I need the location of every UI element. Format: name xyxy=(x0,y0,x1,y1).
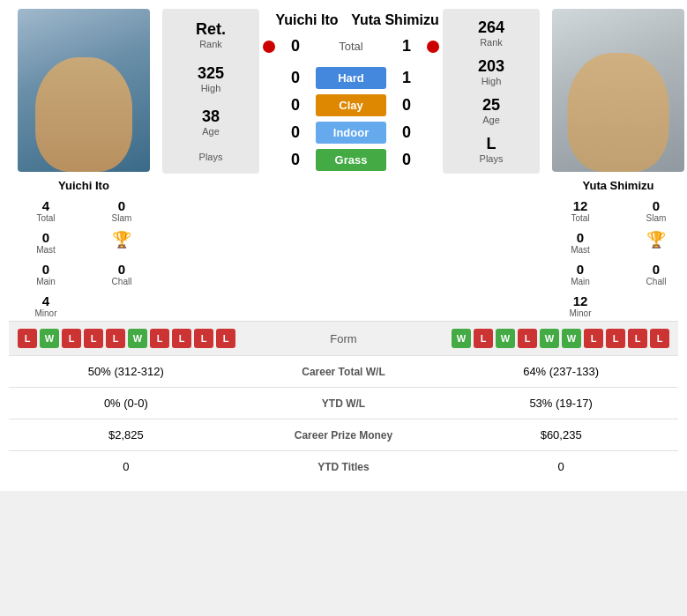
trophy-icon-right: 🏆 xyxy=(646,230,666,249)
left-form-badge-6: W xyxy=(128,329,147,348)
right-mast-stat: 0 Mast xyxy=(543,227,617,257)
right-career-total: 64% (237-133) xyxy=(444,356,678,388)
left-player-header-name: Yuichi Ito xyxy=(263,12,351,28)
surface-clay-row: 0 Clay 0 xyxy=(263,92,439,119)
career-total-row: 50% (312-312) Career Total W/L 64% (237-… xyxy=(9,356,678,388)
left-chall-stat: 0 Chall xyxy=(85,259,159,289)
right-ytd-wl: 53% (19-17) xyxy=(444,388,678,419)
center-age: 38 Age xyxy=(202,108,220,137)
right-flag xyxy=(427,41,439,53)
right-chall-stat: 0 Chall xyxy=(619,259,687,289)
right-prize-money: $60,235 xyxy=(444,419,678,451)
indoor-surface-btn[interactable]: Indoor xyxy=(316,122,386,144)
trophy-icon-left: 🏆 xyxy=(112,230,131,249)
left-career-total: 50% (312-312) xyxy=(9,356,243,388)
player-right-photo xyxy=(552,9,684,172)
left-form-badge-1: L xyxy=(18,329,37,348)
center-plays: Plays xyxy=(199,152,223,162)
right-form-badge-3: W xyxy=(496,329,515,348)
right-form-badge-6: W xyxy=(562,329,581,348)
center-high: 325 High xyxy=(198,64,224,93)
left-form-badge-3: L xyxy=(62,329,81,348)
right-age: 25 Age xyxy=(482,96,500,125)
right-slam-stat: 0 Slam xyxy=(619,196,687,226)
right-stats-panel: 264 Rank 203 High 25 Age L Plays xyxy=(443,9,540,174)
left-form-badge-4: L xyxy=(84,329,103,348)
left-form-badge-5: L xyxy=(106,329,125,348)
grass-surface-btn[interactable]: Grass xyxy=(316,149,386,171)
surface-grass-row: 0 Grass 0 xyxy=(263,146,439,174)
player-left-area: Yuichi Ito 4 Total 0 Slam 0 Mast 🏆 xyxy=(9,9,159,321)
left-form-badge-2: W xyxy=(40,329,59,348)
ytd-wl-label: YTD W/L xyxy=(243,388,444,419)
player-left-stats: 4 Total 0 Slam 0 Mast 🏆 0 Main xyxy=(9,196,159,321)
form-section: L W L L L W L L L L Form W L W L W W L L… xyxy=(9,321,678,355)
center-stats-panel: Ret. Rank 325 High 38 Age Plays xyxy=(162,9,259,174)
right-form-badges: W L W L W W L L L L xyxy=(452,329,669,348)
right-player-header-name: Yuta Shimizu xyxy=(351,12,439,28)
player-right-stats: 12 Total 0 Slam 0 Mast 🏆 0 Main xyxy=(543,196,687,321)
ytd-wl-row: 0% (0-0) YTD W/L 53% (19-17) xyxy=(9,388,678,419)
player-names-row: Yuichi Ito Yuta Shimizu xyxy=(263,9,439,32)
left-trophy: 🏆 xyxy=(85,227,159,257)
right-form-badge-9: L xyxy=(628,329,647,348)
right-ytd-titles: 0 xyxy=(444,451,678,483)
left-flag xyxy=(263,41,275,53)
surface-indoor-row: 0 Indoor 0 xyxy=(263,119,439,146)
player-left-photo xyxy=(18,9,150,172)
left-mast-stat: 0 Mast xyxy=(9,227,83,257)
left-form-badge-8: L xyxy=(172,329,191,348)
left-total-stat: 4 Total xyxy=(9,196,83,226)
right-total-stat: 12 Total xyxy=(543,196,617,226)
left-prize-money: $2,825 xyxy=(9,419,243,451)
right-minor-stat: 12 Minor xyxy=(543,291,617,321)
left-form-badge-7: L xyxy=(150,329,169,348)
right-plays: L Plays xyxy=(480,135,504,164)
right-form-badge-4: L xyxy=(518,329,537,348)
left-slam-stat: 0 Slam xyxy=(85,196,159,226)
ytd-titles-label: YTD Titles xyxy=(243,451,444,483)
left-ytd-wl: 0% (0-0) xyxy=(9,388,243,419)
left-minor-stat: 4 Minor xyxy=(9,291,83,321)
right-trophy: 🏆 xyxy=(619,227,687,257)
right-form-badge-8: L xyxy=(606,329,625,348)
left-ytd-titles: 0 xyxy=(9,451,243,483)
right-high: 203 High xyxy=(478,57,504,86)
clay-surface-btn[interactable]: Clay xyxy=(316,94,386,116)
right-form-badge-1: W xyxy=(452,329,471,348)
player-left-name: Yuichi Ito xyxy=(58,175,109,196)
total-row: 0 Total 1 xyxy=(263,32,439,61)
player-right-area: Yuta Shimizu 12 Total 0 Slam 0 Mast 🏆 xyxy=(543,9,687,321)
center-rank: Ret. Rank xyxy=(196,20,226,49)
player-right-name: Yuta Shimizu xyxy=(583,175,654,196)
main-container: Yuichi Ito 4 Total 0 Slam 0 Mast 🏆 xyxy=(0,0,687,491)
right-form-badge-5: W xyxy=(540,329,559,348)
middle-area: Ret. Rank 325 High 38 Age Plays xyxy=(162,9,540,174)
ytd-titles-row: 0 YTD Titles 0 xyxy=(9,451,678,483)
left-form-badges: L W L L L W L L L L xyxy=(18,329,235,348)
left-form-badge-9: L xyxy=(194,329,213,348)
prize-money-label: Career Prize Money xyxy=(243,419,444,451)
career-total-label: Career Total W/L xyxy=(243,356,444,388)
right-form-badge-2: L xyxy=(474,329,493,348)
hard-surface-btn[interactable]: Hard xyxy=(316,67,386,89)
right-form-badge-10: L xyxy=(650,329,669,348)
prize-money-row: $2,825 Career Prize Money $60,235 xyxy=(9,419,678,451)
left-form-badge-10: L xyxy=(216,329,235,348)
right-main-stat: 0 Main xyxy=(543,259,617,289)
career-stats-table: 50% (312-312) Career Total W/L 64% (237-… xyxy=(9,355,678,482)
form-label: Form xyxy=(244,332,443,345)
surface-hard-row: 0 Hard 1 xyxy=(263,64,439,92)
right-rank: 264 Rank xyxy=(478,19,504,48)
left-main-stat: 0 Main xyxy=(9,259,83,289)
scores-section: Yuichi Ito Yuta Shimizu 0 Total 1 0 Hard… xyxy=(263,9,439,174)
top-section: Yuichi Ito 4 Total 0 Slam 0 Mast 🏆 xyxy=(9,9,678,321)
right-form-badge-7: L xyxy=(584,329,603,348)
